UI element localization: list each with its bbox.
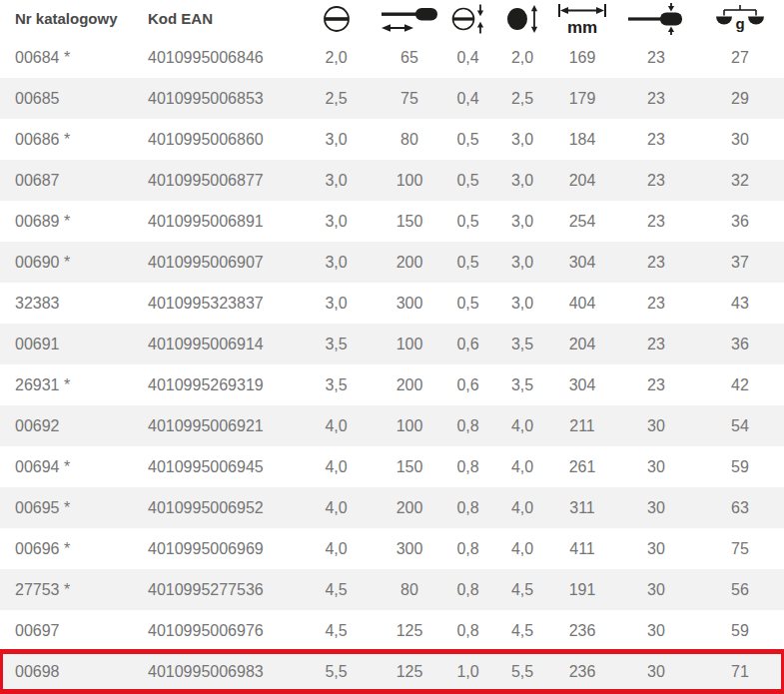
ean-code: 4010995277536: [133, 569, 293, 610]
value-cell: 3,0: [293, 283, 380, 324]
value-cell: 23: [616, 242, 696, 283]
slot-thickness-icon: [450, 4, 486, 34]
col-header-catalog-number: Nr katalogowy: [0, 0, 133, 37]
value-cell: 23: [616, 78, 696, 119]
value-cell: 3,5: [293, 324, 380, 364]
value-cell: 37: [696, 242, 784, 283]
value-cell: 0,5: [439, 119, 496, 160]
catalog-number: 00689 *: [0, 201, 133, 242]
value-cell: 4,0: [293, 487, 380, 528]
table-body: 00684 * 4010995006846 2,0 65 0,4 2,0 169…: [0, 37, 784, 692]
value-cell: 30: [616, 528, 696, 569]
value-cell: 59: [696, 446, 784, 487]
weight-icon: g: [714, 4, 766, 34]
catalog-number: 00695 *: [0, 487, 133, 528]
overall-length-icon: mm: [556, 2, 608, 36]
col-header-slot-width: [293, 0, 380, 37]
value-cell: 3,0: [496, 283, 548, 324]
value-cell: 23: [616, 324, 696, 364]
value-cell: 204: [548, 160, 616, 201]
table-row: 00687 4010995006877 3,0 100 0,5 3,0 204 …: [0, 160, 784, 201]
ean-code: 4010995006921: [133, 405, 293, 446]
value-cell: 2,0: [496, 37, 548, 78]
value-cell: 0,8: [439, 610, 496, 651]
value-cell: 42: [696, 364, 784, 405]
value-cell: 0,5: [439, 160, 496, 201]
product-spec-table: Nr katalogowy Kod EAN: [0, 0, 784, 692]
value-cell: 36: [696, 324, 784, 364]
ean-code: 4010995006914: [133, 324, 293, 364]
value-cell: 32: [696, 160, 784, 201]
col-header-tip-diameter: [496, 0, 548, 37]
value-cell: 3,0: [496, 242, 548, 283]
catalog-number: 00684 *: [0, 37, 133, 78]
value-cell: 0,5: [439, 283, 496, 324]
value-cell: 75: [380, 78, 439, 119]
catalog-number: 00685: [0, 78, 133, 119]
table-row: 00698 4010995006983 5,5 125 1,0 5,5 236 …: [0, 651, 784, 692]
value-cell: 304: [548, 364, 616, 405]
value-cell: 0,5: [439, 242, 496, 283]
table-row: 00692 4010995006921 4,0 100 0,8 4,0 211 …: [0, 405, 784, 446]
value-cell: 3,0: [293, 160, 380, 201]
value-cell: 23: [616, 201, 696, 242]
value-cell: 2,5: [293, 78, 380, 119]
value-cell: 30: [616, 405, 696, 446]
value-cell: 3,0: [293, 119, 380, 160]
value-cell: 80: [380, 119, 439, 160]
value-cell: 100: [380, 324, 439, 364]
col-header-weight: g: [696, 0, 784, 37]
value-cell: 200: [380, 242, 439, 283]
value-cell: 100: [380, 160, 439, 201]
ean-code: 4010995006952: [133, 487, 293, 528]
ean-code: 4010995269319: [133, 364, 293, 405]
value-cell: 304: [548, 242, 616, 283]
value-cell: 4,0: [293, 528, 380, 569]
table-row: 00686 * 4010995006860 3,0 80 0,5 3,0 184…: [0, 119, 784, 160]
value-cell: 200: [380, 487, 439, 528]
value-cell: 29: [696, 78, 784, 119]
value-cell: 75: [696, 528, 784, 569]
gram-unit-label: g: [735, 14, 744, 31]
ean-code: 4010995006969: [133, 528, 293, 569]
value-cell: 200: [380, 364, 439, 405]
catalog-number: 00692: [0, 405, 133, 446]
value-cell: 59: [696, 610, 784, 651]
catalog-number: 32383: [0, 283, 133, 324]
value-cell: 3,0: [496, 160, 548, 201]
value-cell: 169: [548, 37, 616, 78]
value-cell: 43: [696, 283, 784, 324]
value-cell: 65: [380, 37, 439, 78]
value-cell: 2,0: [293, 37, 380, 78]
blade-length-icon: [382, 4, 437, 34]
catalog-number: 00694 *: [0, 446, 133, 487]
table-row: 00689 * 4010995006891 3,0 150 0,5 3,0 25…: [0, 201, 784, 242]
ean-code: 4010995006853: [133, 78, 293, 119]
table-row: 00694 * 4010995006945 4,0 150 0,8 4,0 26…: [0, 446, 784, 487]
value-cell: 3,0: [496, 119, 548, 160]
value-cell: 54: [696, 405, 784, 446]
header-row: Nr katalogowy Kod EAN: [0, 0, 784, 37]
table-row: 00696 * 4010995006969 4,0 300 0,8 4,0 41…: [0, 528, 784, 569]
value-cell: 30: [616, 610, 696, 651]
value-cell: 184: [548, 119, 616, 160]
handle-diameter-icon: [628, 3, 684, 35]
value-cell: 4,5: [496, 610, 548, 651]
value-cell: 30: [616, 487, 696, 528]
catalog-number: 00691: [0, 324, 133, 364]
value-cell: 23: [616, 119, 696, 160]
value-cell: 23: [616, 283, 696, 324]
ean-code: 4010995006976: [133, 610, 293, 651]
value-cell: 2,5: [496, 78, 548, 119]
value-cell: 150: [380, 446, 439, 487]
value-cell: 63: [696, 487, 784, 528]
value-cell: 404: [548, 283, 616, 324]
catalog-number: 00696 *: [0, 528, 133, 569]
value-cell: 36: [696, 201, 784, 242]
value-cell: 30: [616, 569, 696, 610]
value-cell: 23: [616, 160, 696, 201]
value-cell: 56: [696, 569, 784, 610]
value-cell: 300: [380, 283, 439, 324]
value-cell: 5,5: [293, 651, 380, 692]
col-header-blade-length: [380, 0, 439, 37]
